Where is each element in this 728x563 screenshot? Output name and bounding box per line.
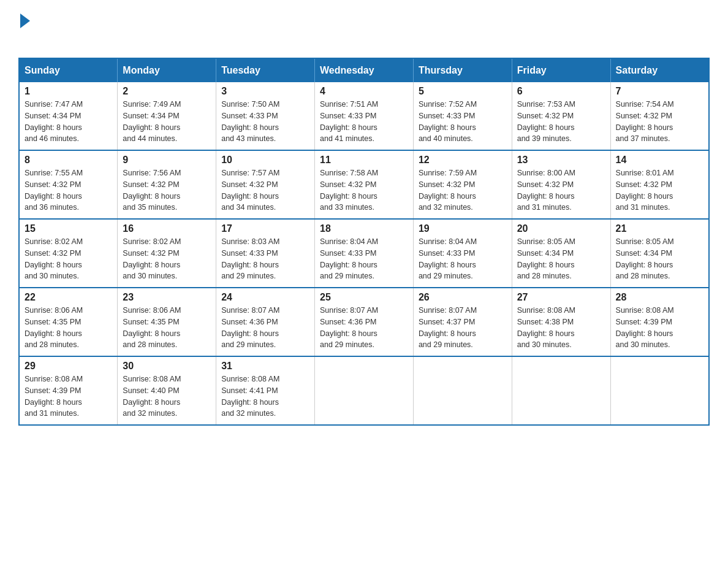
day-info: Sunrise: 8:07 AMSunset: 4:36 PMDaylight:… <box>320 305 408 351</box>
calendar-cell: 27 Sunrise: 8:08 AMSunset: 4:38 PMDaylig… <box>512 288 610 356</box>
day-number: 9 <box>123 155 211 166</box>
calendar-cell: 17 Sunrise: 8:03 AMSunset: 4:33 PMDaylig… <box>216 219 315 288</box>
day-number: 16 <box>123 223 211 234</box>
day-number: 19 <box>419 223 507 234</box>
calendar-cell: 3 Sunrise: 7:50 AMSunset: 4:33 PMDayligh… <box>216 82 315 150</box>
day-number: 2 <box>123 86 211 97</box>
day-info: Sunrise: 8:02 AMSunset: 4:32 PMDaylight:… <box>25 236 112 282</box>
day-number: 25 <box>320 292 408 303</box>
calendar-cell: 19 Sunrise: 8:04 AMSunset: 4:33 PMDaylig… <box>413 219 512 288</box>
calendar-cell: 2 Sunrise: 7:49 AMSunset: 4:34 PMDayligh… <box>118 82 216 150</box>
calendar-cell: 23 Sunrise: 8:06 AMSunset: 4:35 PMDaylig… <box>118 288 216 356</box>
calendar-cell: 11 Sunrise: 7:58 AMSunset: 4:32 PMDaylig… <box>315 150 414 219</box>
calendar-cell: 5 Sunrise: 7:52 AMSunset: 4:33 PMDayligh… <box>413 82 512 150</box>
weekday-header-monday: Monday <box>118 58 216 82</box>
calendar-cell: 16 Sunrise: 8:02 AMSunset: 4:32 PMDaylig… <box>118 219 216 288</box>
calendar-cell: 4 Sunrise: 7:51 AMSunset: 4:33 PMDayligh… <box>315 82 414 150</box>
calendar-cell: 10 Sunrise: 7:57 AMSunset: 4:32 PMDaylig… <box>216 150 315 219</box>
day-info: Sunrise: 7:58 AMSunset: 4:32 PMDaylight:… <box>320 167 408 213</box>
day-number: 3 <box>221 86 309 97</box>
calendar-cell: 14 Sunrise: 8:01 AMSunset: 4:32 PMDaylig… <box>610 150 709 219</box>
day-info: Sunrise: 8:04 AMSunset: 4:33 PMDaylight:… <box>419 236 507 282</box>
calendar-cell: 8 Sunrise: 7:55 AMSunset: 4:32 PMDayligh… <box>19 150 118 219</box>
calendar-header-row: SundayMondayTuesdayWednesdayThursdayFrid… <box>19 58 709 82</box>
day-number: 17 <box>221 223 309 234</box>
day-info: Sunrise: 7:50 AMSunset: 4:33 PMDaylight:… <box>221 99 309 145</box>
calendar-week-row: 15 Sunrise: 8:02 AMSunset: 4:32 PMDaylig… <box>19 219 709 288</box>
weekday-header-friday: Friday <box>512 58 610 82</box>
day-number: 12 <box>419 155 507 166</box>
day-info: Sunrise: 8:03 AMSunset: 4:33 PMDaylight:… <box>221 236 309 282</box>
calendar-week-row: 8 Sunrise: 7:55 AMSunset: 4:32 PMDayligh… <box>19 150 709 219</box>
calendar-cell: 21 Sunrise: 8:05 AMSunset: 4:34 PMDaylig… <box>610 219 709 288</box>
day-info: Sunrise: 7:59 AMSunset: 4:32 PMDaylight:… <box>419 167 507 213</box>
calendar-cell: 13 Sunrise: 8:00 AMSunset: 4:32 PMDaylig… <box>512 150 610 219</box>
calendar-cell: 31 Sunrise: 8:08 AMSunset: 4:41 PMDaylig… <box>216 356 315 425</box>
day-number: 5 <box>419 86 507 97</box>
day-info: Sunrise: 8:08 AMSunset: 4:41 PMDaylight:… <box>221 373 309 419</box>
day-number: 23 <box>123 292 211 303</box>
logo-arrow-icon <box>20 13 30 28</box>
day-info: Sunrise: 8:06 AMSunset: 4:35 PMDaylight:… <box>25 305 112 351</box>
day-number: 28 <box>616 292 703 303</box>
calendar-cell: 28 Sunrise: 8:08 AMSunset: 4:39 PMDaylig… <box>610 288 709 356</box>
day-number: 24 <box>221 292 309 303</box>
day-number: 1 <box>25 86 112 97</box>
day-number: 6 <box>517 86 605 97</box>
day-number: 7 <box>616 86 703 97</box>
day-info: Sunrise: 8:00 AMSunset: 4:32 PMDaylight:… <box>517 167 605 213</box>
day-info: Sunrise: 7:55 AMSunset: 4:32 PMDaylight:… <box>25 167 112 213</box>
calendar-cell: 24 Sunrise: 8:07 AMSunset: 4:36 PMDaylig… <box>216 288 315 356</box>
day-info: Sunrise: 7:49 AMSunset: 4:34 PMDaylight:… <box>123 99 211 145</box>
day-info: Sunrise: 8:05 AMSunset: 4:34 PMDaylight:… <box>517 236 605 282</box>
calendar-cell <box>315 356 414 425</box>
calendar-cell <box>512 356 610 425</box>
day-number: 10 <box>221 155 309 166</box>
calendar-week-row: 1 Sunrise: 7:47 AMSunset: 4:34 PMDayligh… <box>19 82 709 150</box>
day-number: 11 <box>320 155 408 166</box>
day-info: Sunrise: 8:08 AMSunset: 4:40 PMDaylight:… <box>123 373 211 419</box>
day-number: 14 <box>616 155 703 166</box>
calendar-cell: 6 Sunrise: 7:53 AMSunset: 4:32 PMDayligh… <box>512 82 610 150</box>
day-info: Sunrise: 7:54 AMSunset: 4:32 PMDaylight:… <box>616 99 703 145</box>
day-info: Sunrise: 7:51 AMSunset: 4:33 PMDaylight:… <box>320 99 408 145</box>
day-info: Sunrise: 8:07 AMSunset: 4:37 PMDaylight:… <box>419 305 507 351</box>
weekday-header-tuesday: Tuesday <box>216 58 315 82</box>
calendar-cell: 12 Sunrise: 7:59 AMSunset: 4:32 PMDaylig… <box>413 150 512 219</box>
day-info: Sunrise: 7:56 AMSunset: 4:32 PMDaylight:… <box>123 167 211 213</box>
day-info: Sunrise: 8:01 AMSunset: 4:32 PMDaylight:… <box>616 167 703 213</box>
day-number: 26 <box>419 292 507 303</box>
day-info: Sunrise: 7:47 AMSunset: 4:34 PMDaylight:… <box>25 99 112 145</box>
calendar-cell: 29 Sunrise: 8:08 AMSunset: 4:39 PMDaylig… <box>19 356 118 425</box>
day-info: Sunrise: 8:02 AMSunset: 4:32 PMDaylight:… <box>123 236 211 282</box>
day-number: 29 <box>25 361 112 372</box>
day-number: 22 <box>25 292 112 303</box>
calendar-cell: 18 Sunrise: 8:04 AMSunset: 4:33 PMDaylig… <box>315 219 414 288</box>
day-info: Sunrise: 7:57 AMSunset: 4:32 PMDaylight:… <box>221 167 309 213</box>
day-number: 27 <box>517 292 605 303</box>
calendar-cell: 7 Sunrise: 7:54 AMSunset: 4:32 PMDayligh… <box>610 82 709 150</box>
day-number: 15 <box>25 223 112 234</box>
calendar-week-row: 29 Sunrise: 8:08 AMSunset: 4:39 PMDaylig… <box>19 356 709 425</box>
day-number: 8 <box>25 155 112 166</box>
calendar-cell: 9 Sunrise: 7:56 AMSunset: 4:32 PMDayligh… <box>118 150 216 219</box>
day-info: Sunrise: 8:08 AMSunset: 4:38 PMDaylight:… <box>517 305 605 351</box>
day-info: Sunrise: 8:06 AMSunset: 4:35 PMDaylight:… <box>123 305 211 351</box>
logo <box>18 12 30 48</box>
weekday-header-wednesday: Wednesday <box>315 58 414 82</box>
page-header <box>18 12 710 48</box>
day-number: 21 <box>616 223 703 234</box>
calendar-cell: 26 Sunrise: 8:07 AMSunset: 4:37 PMDaylig… <box>413 288 512 356</box>
calendar-cell: 15 Sunrise: 8:02 AMSunset: 4:32 PMDaylig… <box>19 219 118 288</box>
calendar-cell: 22 Sunrise: 8:06 AMSunset: 4:35 PMDaylig… <box>19 288 118 356</box>
calendar-table: SundayMondayTuesdayWednesdayThursdayFrid… <box>18 58 710 426</box>
day-number: 18 <box>320 223 408 234</box>
calendar-cell: 20 Sunrise: 8:05 AMSunset: 4:34 PMDaylig… <box>512 219 610 288</box>
calendar-cell <box>610 356 709 425</box>
day-number: 30 <box>123 361 211 372</box>
day-info: Sunrise: 8:08 AMSunset: 4:39 PMDaylight:… <box>25 373 112 419</box>
weekday-header-thursday: Thursday <box>413 58 512 82</box>
day-number: 4 <box>320 86 408 97</box>
day-number: 13 <box>517 155 605 166</box>
weekday-header-sunday: Sunday <box>19 58 118 82</box>
